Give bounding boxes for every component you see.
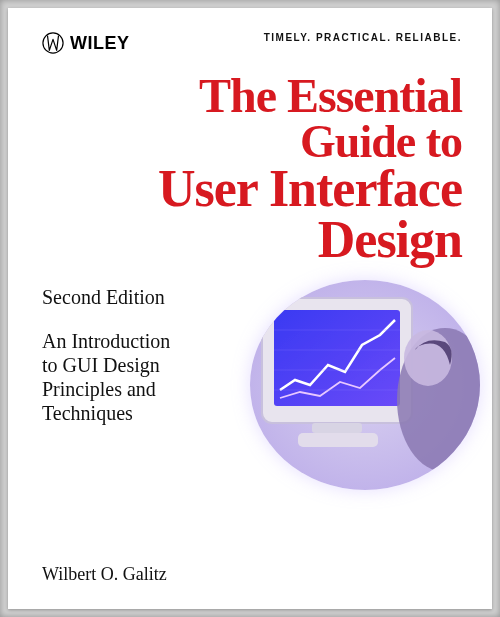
mid-section: Second Edition An Introduction to GUI De…	[42, 280, 462, 490]
svg-rect-3	[274, 310, 400, 406]
book-cover: WILEY TIMELY. PRACTICAL. RELIABLE. The E…	[8, 8, 492, 609]
subtitle-line: Principles and	[42, 377, 242, 401]
title-line: The Essential	[42, 72, 462, 119]
edition-label: Second Edition	[42, 286, 242, 309]
cover-art-icon	[250, 280, 480, 490]
title-line: User Interface	[42, 164, 462, 215]
art-column	[256, 280, 462, 490]
book-title: The Essential Guide to User Interface De…	[42, 72, 462, 266]
image-frame: WILEY TIMELY. PRACTICAL. RELIABLE. The E…	[0, 0, 500, 617]
svg-point-11	[404, 330, 452, 386]
publisher-tagline: TIMELY. PRACTICAL. RELIABLE.	[264, 32, 462, 43]
cover-header: WILEY TIMELY. PRACTICAL. RELIABLE.	[42, 32, 462, 54]
svg-rect-9	[298, 433, 378, 447]
subtitle-line: An Introduction	[42, 329, 242, 353]
book-subtitle: An Introduction to GUI Design Principles…	[42, 329, 242, 425]
title-line: Design	[42, 215, 462, 266]
svg-point-0	[43, 33, 63, 53]
author-name: Wilbert O. Galitz	[42, 564, 167, 585]
publisher-name: WILEY	[70, 33, 130, 54]
subtitle-line: to GUI Design	[42, 353, 242, 377]
publisher-logo-icon	[42, 32, 64, 54]
text-column: Second Edition An Introduction to GUI De…	[42, 280, 242, 490]
svg-rect-8	[312, 423, 362, 433]
subtitle-line: Techniques	[42, 401, 242, 425]
title-line: Guide to	[42, 119, 462, 164]
publisher-block: WILEY	[42, 32, 130, 54]
